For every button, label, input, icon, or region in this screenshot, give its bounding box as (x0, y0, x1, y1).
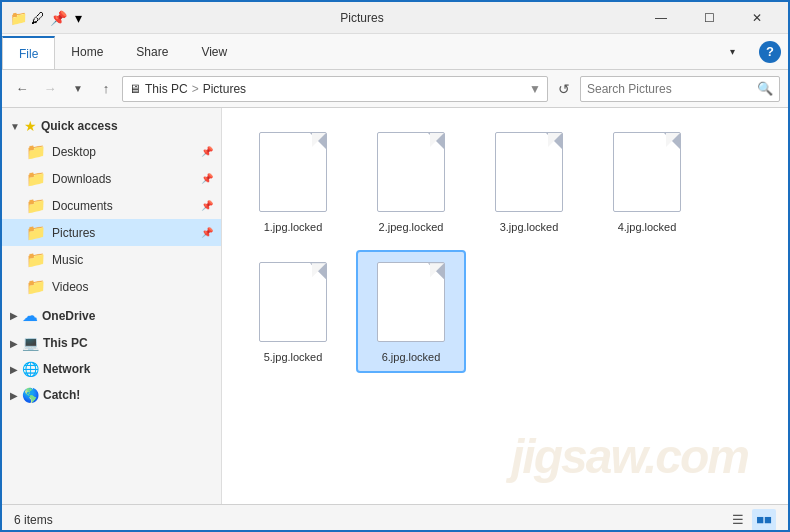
quick-access-arrow: ▼ (10, 121, 20, 132)
sidebar-item-downloads[interactable]: 📁 Downloads 📌 (2, 165, 221, 192)
pictures-folder-icon: 📁 (26, 223, 46, 242)
catch-label: Catch! (43, 388, 80, 402)
window-controls: — ☐ ✕ (638, 2, 780, 34)
sidebar-item-music[interactable]: 📁 Music (2, 246, 221, 273)
tab-home[interactable]: Home (55, 34, 120, 69)
thispc-arrow: ▶ (10, 338, 18, 349)
star-icon: ★ (24, 118, 37, 134)
quick-access-label: Quick access (41, 119, 118, 133)
documents-label: Documents (52, 199, 113, 213)
sidebar-item-this-pc[interactable]: ▶ 💻 This PC (2, 329, 221, 355)
dropdown-icon[interactable]: ▾ (70, 10, 86, 26)
file-icon-area (371, 128, 451, 216)
refresh-button[interactable]: ↺ (552, 77, 576, 101)
dropdown-nav-button[interactable]: ▼ (66, 77, 90, 101)
path-computer-icon: 🖥 (129, 82, 141, 96)
sidebar-item-desktop[interactable]: 📁 Desktop 📌 (2, 138, 221, 165)
videos-folder-icon: 📁 (26, 277, 46, 296)
sidebar-item-documents[interactable]: 📁 Documents 📌 (2, 192, 221, 219)
file-item[interactable]: 5.jpg.locked (238, 250, 348, 372)
forward-button[interactable]: → (38, 77, 62, 101)
network-icon: 🌐 (22, 361, 39, 377)
tab-file[interactable]: File (2, 36, 55, 69)
tab-share[interactable]: Share (120, 34, 185, 69)
main-layout: ▼ ★ Quick access 📁 Desktop 📌 📁 Downloads… (2, 108, 788, 504)
sidebar-section-quick-access[interactable]: ▼ ★ Quick access (2, 112, 221, 138)
file-item[interactable]: 6.jpg.locked (356, 250, 466, 372)
file-label: 5.jpg.locked (264, 350, 323, 364)
close-button[interactable]: ✕ (734, 2, 780, 34)
catch-arrow: ▶ (10, 390, 18, 401)
search-box[interactable]: 🔍 (580, 76, 780, 102)
file-icon-area (607, 128, 687, 216)
this-pc-label: This PC (43, 336, 88, 350)
grid-view-button[interactable]: ■■ (752, 509, 776, 531)
up-button[interactable]: ↑ (94, 77, 118, 101)
window-title: Pictures (86, 11, 638, 25)
maximize-button[interactable]: ☐ (686, 2, 732, 34)
window-icon: 📁 (10, 10, 26, 26)
file-icon-area (253, 258, 333, 346)
file-item[interactable]: 3.jpg.locked (474, 120, 584, 242)
title-bar: 📁 🖊 📌 ▾ Pictures — ☐ ✕ (2, 2, 788, 34)
downloads-pin-icon: 📌 (201, 173, 213, 184)
search-icon[interactable]: 🔍 (757, 81, 773, 96)
file-label: 2.jpeg.locked (379, 220, 444, 234)
sidebar-item-catch[interactable]: ▶ 🌎 Catch! (2, 381, 221, 407)
catch-icon: 🌎 (22, 387, 39, 403)
onedrive-label: OneDrive (42, 309, 95, 323)
network-label: Network (43, 362, 90, 376)
tab-view[interactable]: View (185, 34, 244, 69)
file-page (259, 262, 327, 342)
sidebar: ▼ ★ Quick access 📁 Desktop 📌 📁 Downloads… (2, 108, 222, 504)
file-item[interactable]: 2.jpeg.locked (356, 120, 466, 242)
item-count: 6 items (14, 513, 53, 527)
back-button[interactable]: ← (10, 77, 34, 101)
file-icon-area (253, 128, 333, 216)
sidebar-item-network[interactable]: ▶ 🌐 Network (2, 355, 221, 381)
file-label: 1.jpg.locked (264, 220, 323, 234)
file-page (613, 132, 681, 212)
content-area: 1.jpg.locked 2.jpeg.locked 3.jpg.locked … (222, 108, 788, 504)
desktop-pin-icon: 📌 (201, 146, 213, 157)
help-button[interactable]: ? (752, 34, 788, 69)
desktop-label: Desktop (52, 145, 96, 159)
documents-folder-icon: 📁 (26, 196, 46, 215)
path-this-pc[interactable]: This PC (145, 82, 188, 96)
quick-access-icon[interactable]: 🖊 (30, 10, 46, 26)
file-page (377, 262, 445, 342)
search-input[interactable] (587, 82, 753, 96)
file-label: 4.jpg.locked (618, 220, 677, 234)
minimize-button[interactable]: — (638, 2, 684, 34)
address-path[interactable]: 🖥 This PC > Pictures ▼ (122, 76, 548, 102)
pictures-label: Pictures (52, 226, 95, 240)
list-view-button[interactable]: ☰ (726, 509, 750, 531)
documents-pin-icon: 📌 (201, 200, 213, 211)
ribbon-expand[interactable]: ▾ (714, 34, 752, 69)
file-label: 3.jpg.locked (500, 220, 559, 234)
file-label: 6.jpg.locked (382, 350, 441, 364)
sidebar-item-videos[interactable]: 📁 Videos (2, 273, 221, 300)
music-label: Music (52, 253, 83, 267)
file-icon-area (371, 258, 451, 346)
file-item[interactable]: 4.jpg.locked (592, 120, 702, 242)
path-sep-1: > (192, 82, 199, 96)
downloads-label: Downloads (52, 172, 111, 186)
watermark: jigsaw.com (511, 429, 748, 484)
onedrive-arrow: ▶ (10, 310, 18, 321)
status-bar: 6 items ☰ ■■ (2, 504, 788, 532)
file-item[interactable]: 1.jpg.locked (238, 120, 348, 242)
file-page (495, 132, 563, 212)
sidebar-item-onedrive[interactable]: ▶ ☁ OneDrive (2, 300, 221, 329)
sidebar-item-pictures[interactable]: 📁 Pictures 📌 (2, 219, 221, 246)
file-page (259, 132, 327, 212)
computer-icon: 💻 (22, 335, 39, 351)
view-buttons: ☰ ■■ (726, 509, 776, 531)
downloads-folder-icon: 📁 (26, 169, 46, 188)
ribbon: File Home Share View ▾ ? (2, 34, 788, 70)
pin-icon[interactable]: 📌 (50, 10, 66, 26)
pictures-pin-icon: 📌 (201, 227, 213, 238)
path-pictures[interactable]: Pictures (203, 82, 246, 96)
path-dropdown-arrow[interactable]: ▼ (529, 82, 541, 96)
videos-label: Videos (52, 280, 88, 294)
